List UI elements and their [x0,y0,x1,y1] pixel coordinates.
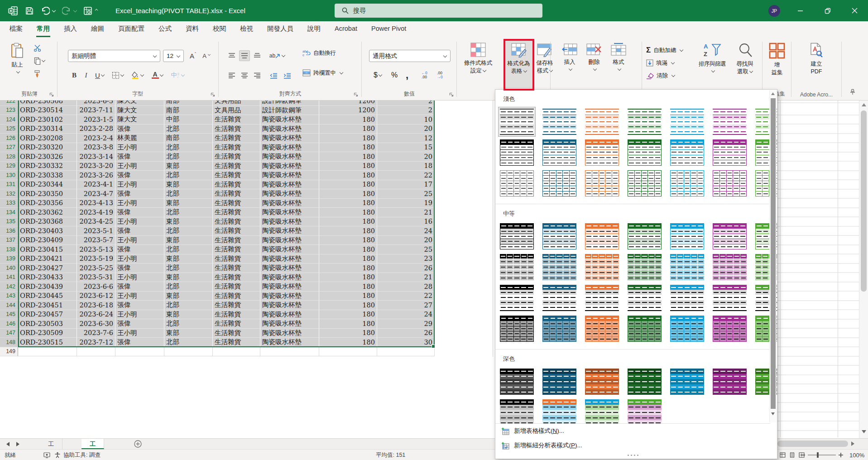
cell[interactable]: 2 [377,101,435,106]
font-name-combo[interactable]: 新細明體 [68,50,160,62]
table-style-thumbnail[interactable] [498,283,536,313]
cell[interactable]: ORD-230350 [18,189,77,199]
redo-button[interactable] [60,5,78,17]
table-style-thumbnail[interactable] [668,221,706,251]
cell[interactable]: 2023-6-30 [77,319,115,329]
cell[interactable]: 生活雜貨 [213,152,260,162]
decrease-indent-button[interactable] [268,70,279,81]
cell[interactable]: 東部 [164,273,213,283]
row-header[interactable]: 143 [0,292,18,301]
tab-說明[interactable]: 說明 [307,21,321,37]
cell[interactable]: 23 [377,254,435,264]
cell[interactable]: ORD-230433 [18,273,77,283]
cell[interactable]: 陶瓷吸水杯墊 [260,319,319,329]
cell[interactable]: 2023-6-18 [77,301,115,310]
cell[interactable]: ORD-230102 [18,115,77,125]
touch-mode-icon[interactable] [82,5,100,17]
cell[interactable]: 東部 [164,310,213,320]
cell[interactable]: 180 [319,199,377,208]
table-style-thumbnail[interactable] [711,252,748,282]
close-button[interactable] [844,0,865,21]
table-style-thumbnail[interactable] [498,107,536,137]
cell[interactable]: ORD-230326 [18,152,77,162]
row-header[interactable]: 136 [0,226,18,236]
orientation-button[interactable]: ab [268,50,286,61]
cell[interactable]: 北部 [164,338,213,347]
row-header[interactable]: 135 [0,217,18,227]
restore-button[interactable] [817,0,838,21]
cell[interactable]: 27 [377,301,435,310]
row-header[interactable]: 149 [0,347,18,357]
cell[interactable]: ORD-230514 [18,106,77,115]
sheet-nav-prev[interactable] [6,442,10,446]
cell[interactable]: 2023-5-25 [77,264,115,273]
cell[interactable]: 12 [377,134,435,143]
paste-button[interactable]: 貼上 [6,40,28,88]
cell[interactable]: ORD-230439 [18,282,77,292]
cell[interactable]: 東部 [164,254,213,264]
cell[interactable]: 北部 [164,264,213,273]
cell[interactable]: 陶瓷吸水杯墊 [260,301,319,310]
cell[interactable]: 陶瓷吸水杯墊 [260,134,319,143]
cell[interactable]: 文具用品 [213,101,260,106]
borders-button[interactable] [110,70,126,81]
font-launcher-icon[interactable] [211,92,215,97]
cell[interactable]: 180 [319,143,377,153]
cell[interactable]: 陶瓷吸水杯墊 [260,254,319,264]
cell[interactable]: 2023-4-7 [77,189,115,199]
cell[interactable]: 張偉 [115,125,164,134]
tab-繪圖[interactable]: 繪圖 [91,21,105,37]
table-row[interactable]: 143ORD-2304452023-6-12王小明東部生活雜貨陶瓷吸水杯墊180… [0,292,435,301]
row-header[interactable]: 129 [0,162,18,171]
sheet-tab-工作表1[interactable]: 工作表1 [82,439,104,449]
fill-color-button[interactable] [129,70,146,81]
table-style-thumbnail[interactable] [668,314,706,344]
tab-插入[interactable]: 插入 [63,21,77,37]
avatar[interactable]: JP [768,5,780,17]
table-row[interactable]: 149 [0,347,435,357]
row-header[interactable]: 139 [0,254,18,264]
increase-decimal-button[interactable]: ←0.00 [417,70,432,81]
cell[interactable]: 180 [319,329,377,338]
row-header[interactable]: 124 [0,115,18,125]
cell[interactable]: 2023-5-1 [77,226,115,236]
table-row[interactable]: 138ORD-2304152023-5-13張偉北部生活雜貨陶瓷吸水杯墊1802… [0,245,435,254]
fill-button[interactable]: 填滿 [646,57,674,69]
cell[interactable]: ORD-230332 [18,162,77,171]
cell[interactable]: ORD-230415 [18,245,77,254]
table-style-thumbnail[interactable] [541,367,578,397]
cell[interactable]: 2023-1-5 [77,115,115,125]
cell[interactable]: 陳大文 [115,115,164,125]
table-row[interactable]: 147ORD-2305092023-7-6王小明東部生活雜貨陶瓷吸水杯墊1802… [0,329,435,338]
alignment-launcher-icon[interactable] [354,92,358,97]
hscroll-right-arrow[interactable] [851,441,854,446]
autosum-button[interactable]: Σ 自動加總 [646,44,683,56]
cell[interactable]: 張偉 [115,264,164,273]
currency-button[interactable]: $ [370,70,385,81]
row-header[interactable]: 141 [0,273,18,283]
underline-button[interactable]: U [92,70,107,81]
table-style-thumbnail[interactable] [711,138,748,168]
accessibility-status[interactable]: 協助工具: 調查 [54,450,101,460]
cell[interactable]: 生活雜貨 [213,226,260,236]
table-row[interactable]: 132ORD-2303502023-4-7張偉北部生活雜貨陶瓷吸水杯墊18025 [0,189,435,199]
cell[interactable]: 26 [377,264,435,273]
cell[interactable]: 15 [377,143,435,153]
align-center-button[interactable] [239,70,250,81]
row-header[interactable]: 138 [0,245,18,254]
cell[interactable]: 180 [319,292,377,301]
table-style-thumbnail[interactable] [626,252,663,282]
cell[interactable]: 180 [319,254,377,264]
cell[interactable]: 生活雜貨 [213,319,260,329]
sheet-nav-next[interactable] [16,442,19,446]
table-style-thumbnail[interactable] [583,283,621,313]
cell[interactable]: 24 [377,226,435,236]
create-pdf-button[interactable]: 建立 PDF [804,40,829,88]
cell[interactable]: 20 [377,236,435,245]
cell[interactable]: 180 [319,338,377,347]
cell[interactable]: 生活雜貨 [213,125,260,134]
table-row[interactable]: 134ORD-2303622023-4-19張偉北部生活雜貨陶瓷吸水杯墊1802… [0,208,435,217]
table-style-thumbnail[interactable] [498,314,536,344]
cell[interactable]: 生活雜貨 [213,189,260,199]
table-row[interactable]: 140ORD-2304272023-5-25張偉北部生活雜貨陶瓷吸水杯墊1802… [0,264,435,273]
